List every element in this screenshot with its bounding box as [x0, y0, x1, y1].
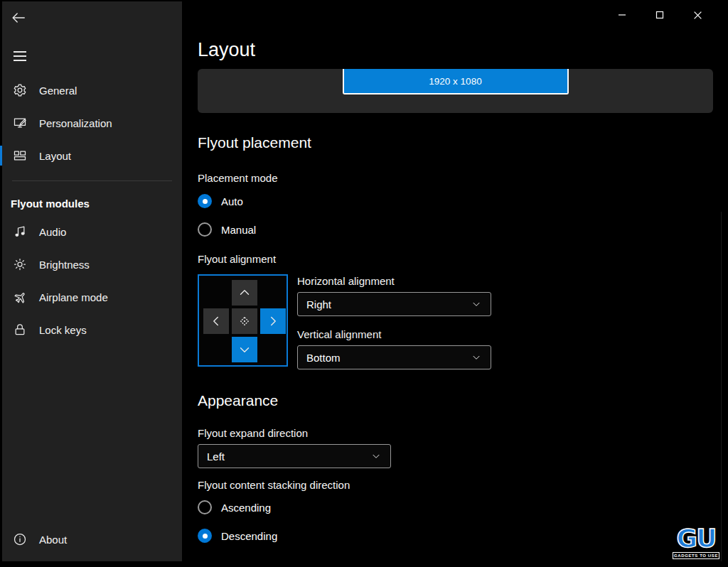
minimize-button[interactable]	[606, 4, 638, 26]
logo-caption: GADGETS TO USE	[673, 552, 719, 559]
titlebar	[198, 1, 713, 28]
placement-mode-label: Placement mode	[198, 171, 713, 185]
flyout-expand-direction-select[interactable]: Left	[198, 444, 391, 468]
sidebar-item-layout[interactable]: Layout	[2, 144, 182, 168]
sidebar-item-brightness[interactable]: Brightness	[2, 252, 182, 276]
layout-icon	[12, 148, 28, 163]
align-right-button[interactable]	[260, 308, 286, 334]
sidebar-item-label: General	[39, 85, 77, 97]
sidebar-item-personalization[interactable]: Personalization	[2, 111, 182, 135]
alignment-controls: Horizontal alignment Right Vertical alig…	[198, 274, 713, 369]
chevron-down-icon	[370, 450, 382, 462]
radio-unselected-icon	[198, 500, 212, 514]
maximize-icon	[655, 11, 664, 19]
sidebar-item-label: Personalization	[39, 117, 112, 129]
flyout-expand-direction-label: Flyout expand direction	[198, 426, 713, 441]
hamburger-icon	[14, 51, 26, 53]
resolution-button[interactable]: 1920 x 1080	[343, 69, 569, 94]
main-content: Layout 1920 x 1080 Flyout placement Plac…	[182, 1, 727, 561]
radio-selected-icon	[198, 529, 212, 543]
sidebar-item-label: Airplane mode	[39, 291, 108, 303]
sidebar-item-label: Layout	[39, 150, 71, 162]
sidebar: General Personalization Layout Flyout mo…	[2, 1, 182, 561]
appearance-heading: Appearance	[198, 391, 713, 411]
align-center-button[interactable]	[232, 308, 257, 334]
close-button[interactable]	[682, 4, 713, 26]
maximize-button[interactable]	[644, 4, 675, 26]
chevron-down-icon	[471, 352, 482, 363]
close-icon	[693, 11, 702, 20]
alignment-dpad	[198, 274, 288, 367]
info-icon	[12, 531, 28, 547]
monitor-preview-card: 1920 x 1080	[198, 69, 713, 113]
audio-icon	[12, 224, 28, 239]
scrollbar-track[interactable]	[721, 212, 722, 561]
back-arrow-icon	[11, 10, 26, 26]
sidebar-item-general[interactable]: General	[2, 78, 182, 102]
sidebar-divider	[12, 180, 172, 181]
chevron-right-icon	[265, 313, 281, 329]
sidebar-nav: General Personalization Layout	[2, 78, 182, 176]
align-up-button[interactable]	[232, 280, 257, 306]
app-window: General Personalization Layout Flyout mo…	[0, 0, 728, 567]
stacking-ascending-radio[interactable]: Ascending	[198, 500, 713, 514]
sidebar-item-audio[interactable]: Audio	[2, 220, 182, 244]
chevron-up-icon	[237, 285, 252, 301]
modules-nav: Audio Brightness Airplane mode	[2, 220, 182, 350]
center-icon	[237, 314, 252, 328]
logo-text: GU	[673, 526, 719, 551]
alignment-dropdowns: Horizontal alignment Right Vertical alig…	[297, 274, 491, 369]
radio-unselected-icon	[198, 222, 212, 237]
stacking-descending-radio[interactable]: Descending	[198, 529, 713, 543]
personalization-icon	[12, 115, 28, 131]
chevron-down-icon	[471, 298, 482, 310]
flyout-alignment-label: Flyout alignment	[198, 252, 713, 266]
selected-accent-bar	[0, 146, 2, 166]
chevron-down-icon	[237, 342, 252, 357]
minimize-icon	[618, 11, 626, 19]
radio-selected-icon	[198, 194, 212, 208]
placement-mode-auto-radio[interactable]: Auto	[198, 194, 713, 208]
sidebar-item-label: About	[39, 534, 67, 546]
sidebar-item-label: Audio	[39, 226, 66, 238]
placement-mode-manual-radio[interactable]: Manual	[198, 222, 713, 237]
sidebar-item-label: Lock keys	[39, 324, 87, 336]
align-left-button[interactable]	[203, 308, 229, 334]
gear-icon	[12, 82, 28, 98]
horizontal-alignment-select[interactable]: Right	[297, 292, 491, 316]
brightness-icon	[12, 256, 28, 272]
back-button[interactable]	[8, 7, 29, 28]
flyout-placement-heading: Flyout placement	[198, 133, 713, 153]
lock-icon	[12, 322, 28, 338]
stacking-direction-label: Flyout content stacking direction	[198, 478, 713, 492]
gadgets-to-use-logo: GU GADGETS TO USE	[673, 526, 719, 559]
sidebar-item-label: Brightness	[39, 259, 90, 271]
flyout-modules-header: Flyout modules	[2, 198, 182, 210]
hamburger-menu-button[interactable]	[9, 47, 31, 65]
airplane-icon	[12, 289, 28, 305]
sidebar-item-lock-keys[interactable]: Lock keys	[2, 318, 182, 342]
page-title: Layout	[198, 38, 713, 61]
vertical-alignment-select[interactable]: Bottom	[297, 345, 491, 369]
sidebar-item-airplane-mode[interactable]: Airplane mode	[2, 285, 182, 309]
chevron-left-icon	[208, 313, 224, 329]
horizontal-alignment-label: Horizontal alignment	[297, 274, 491, 288]
sidebar-item-about[interactable]: About	[2, 527, 182, 551]
align-down-button[interactable]	[232, 337, 257, 362]
vertical-alignment-label: Vertical alignment	[297, 328, 491, 342]
